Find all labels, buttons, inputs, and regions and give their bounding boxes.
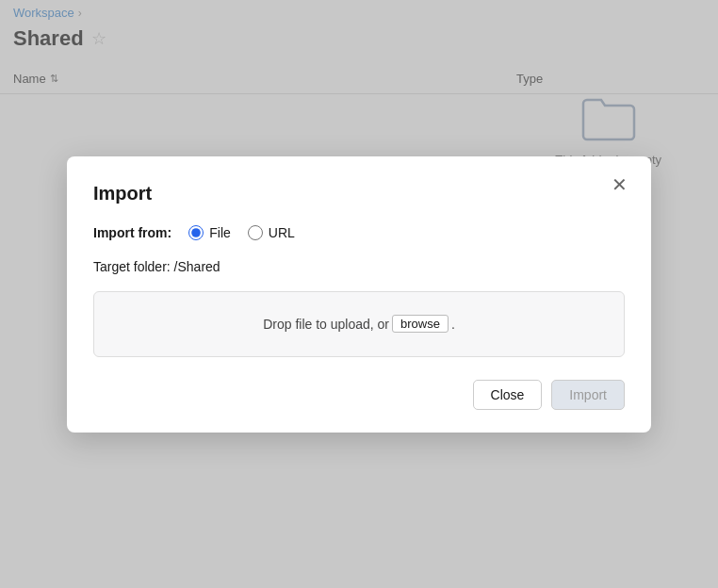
radio-url-input[interactable] <box>248 225 263 240</box>
import-modal: ✕ Import Import from: File URL Target fo… <box>67 156 651 433</box>
modal-close-button[interactable]: ✕ <box>607 173 632 196</box>
import-from-label: Import from: <box>93 225 171 240</box>
radio-file-label: File <box>209 225 231 240</box>
import-button[interactable]: Import <box>551 380 625 410</box>
radio-file-option[interactable]: File <box>188 225 231 240</box>
drop-zone-suffix: . <box>451 317 455 332</box>
radio-url-label: URL <box>269 225 295 240</box>
drop-zone-text: Drop file to upload, or <box>263 317 389 332</box>
target-folder-label: Target folder: <box>93 259 171 274</box>
modal-footer: Close Import <box>93 380 625 410</box>
radio-url-option[interactable]: URL <box>248 225 295 240</box>
browse-button[interactable]: browse <box>392 315 449 333</box>
target-folder-row: Target folder: /Shared <box>93 259 625 274</box>
modal-title: Import <box>93 183 625 204</box>
radio-file-input[interactable] <box>188 225 204 240</box>
modal-overlay: ✕ Import Import from: File URL Target fo… <box>0 0 718 588</box>
file-drop-zone[interactable]: Drop file to upload, or browse . <box>93 291 625 357</box>
import-from-row: Import from: File URL <box>93 225 625 240</box>
target-folder-value: /Shared <box>174 259 220 274</box>
close-button[interactable]: Close <box>473 380 543 410</box>
